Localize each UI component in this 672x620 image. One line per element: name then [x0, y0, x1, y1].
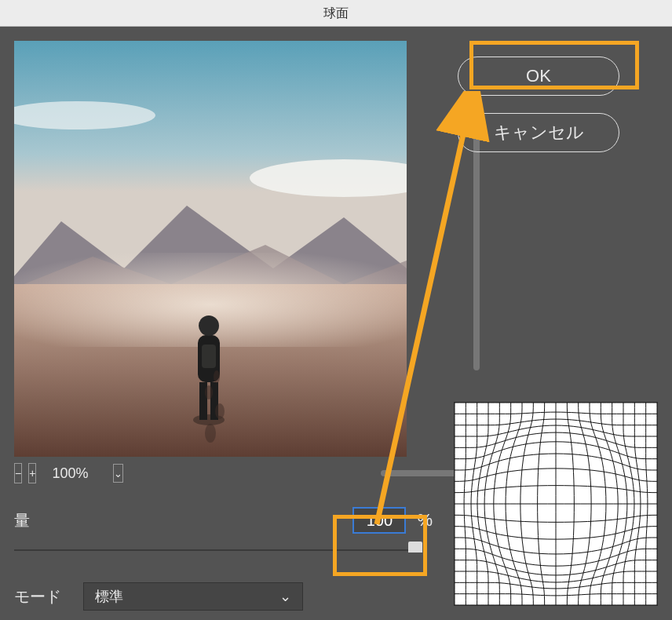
- svg-point-12: [215, 403, 225, 419]
- zoom-in-button[interactable]: +: [28, 463, 36, 483]
- ok-button[interactable]: OK: [458, 57, 619, 96]
- window-title: 球面: [323, 6, 349, 20]
- amount-label: 量: [14, 510, 69, 531]
- zoom-out-button[interactable]: −: [14, 463, 22, 483]
- amount-input[interactable]: [352, 507, 406, 534]
- preview-image[interactable]: [14, 41, 407, 457]
- svg-point-11: [205, 424, 216, 443]
- svg-point-14: [214, 370, 220, 383]
- zoom-value: 100%: [52, 465, 107, 482]
- mode-label: モード: [14, 586, 69, 607]
- chevron-down-icon: ⌄: [279, 588, 291, 605]
- svg-point-13: [205, 385, 213, 399]
- window-titlebar: 球面: [0, 0, 672, 27]
- amount-unit: %: [417, 510, 433, 531]
- mode-select[interactable]: 標準 ⌄: [83, 582, 303, 611]
- svg-rect-10: [202, 345, 216, 368]
- effect-preview-grid: [454, 402, 658, 606]
- amount-slider-handle[interactable]: [408, 542, 422, 553]
- cancel-button[interactable]: キャンセル: [458, 113, 619, 152]
- svg-point-7: [199, 315, 219, 336]
- mode-value: 標準: [95, 587, 123, 606]
- amount-slider[interactable]: [14, 545, 422, 560]
- zoom-dropdown-button[interactable]: ⌄: [113, 464, 123, 483]
- chevron-down-icon: ⌄: [114, 468, 122, 480]
